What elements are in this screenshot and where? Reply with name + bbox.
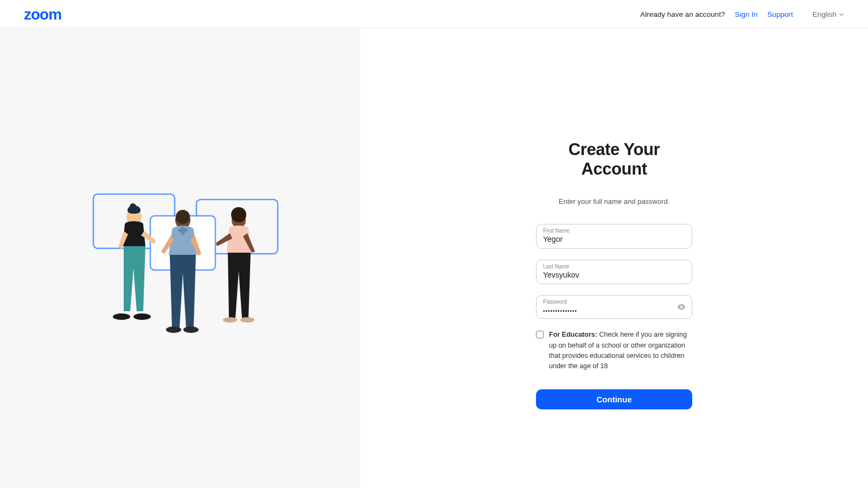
continue-button[interactable]: Continue	[536, 389, 692, 409]
educator-checkbox[interactable]	[536, 331, 544, 338]
already-have-account-text: Already have an account?	[640, 10, 725, 18]
language-label: English	[813, 10, 837, 18]
chevron-down-icon	[839, 12, 844, 17]
svg-point-9	[166, 326, 181, 333]
last-name-field[interactable]: Last Name	[536, 260, 692, 285]
svg-point-13	[223, 317, 237, 323]
eye-icon[interactable]	[676, 302, 686, 312]
password-label: Password	[543, 299, 685, 305]
svg-point-10	[183, 326, 199, 333]
page-title: Create Your Account	[536, 140, 692, 179]
svg-point-6	[133, 313, 151, 320]
zoom-logo: zoom	[24, 6, 61, 23]
last-name-input[interactable]	[543, 270, 685, 281]
people-illustration	[77, 177, 283, 339]
svg-point-14	[240, 317, 254, 323]
page-subtitle: Enter your full name and password.	[536, 197, 692, 206]
header: zoom Already have an account? Sign In Su…	[0, 0, 868, 28]
last-name-label: Last Name	[543, 264, 685, 270]
svg-point-15	[681, 306, 682, 308]
svg-point-5	[113, 313, 130, 320]
illustration-panel	[0, 28, 360, 488]
educator-checkbox-row[interactable]: For Educators: Check here if you are sig…	[536, 330, 692, 372]
svg-point-12	[231, 207, 246, 222]
svg-point-8	[176, 210, 190, 224]
first-name-input[interactable]	[543, 234, 685, 245]
first-name-label: First Name	[543, 228, 685, 234]
password-input[interactable]	[543, 307, 685, 315]
educator-text-wrap: For Educators: Check here if you are sig…	[549, 330, 692, 372]
form-panel: Create Your Account Enter your full name…	[360, 28, 868, 488]
signup-form: Create Your Account Enter your full name…	[536, 140, 692, 488]
main: Create Your Account Enter your full name…	[0, 28, 868, 488]
header-right: Already have an account? Sign In Support…	[640, 10, 844, 18]
password-field[interactable]: Password	[536, 295, 692, 319]
sign-in-link[interactable]: Sign In	[735, 10, 757, 18]
support-link[interactable]: Support	[767, 10, 793, 18]
first-name-field[interactable]: First Name	[536, 224, 692, 249]
language-selector[interactable]: English	[813, 10, 844, 18]
educator-bold: For Educators:	[549, 331, 597, 338]
